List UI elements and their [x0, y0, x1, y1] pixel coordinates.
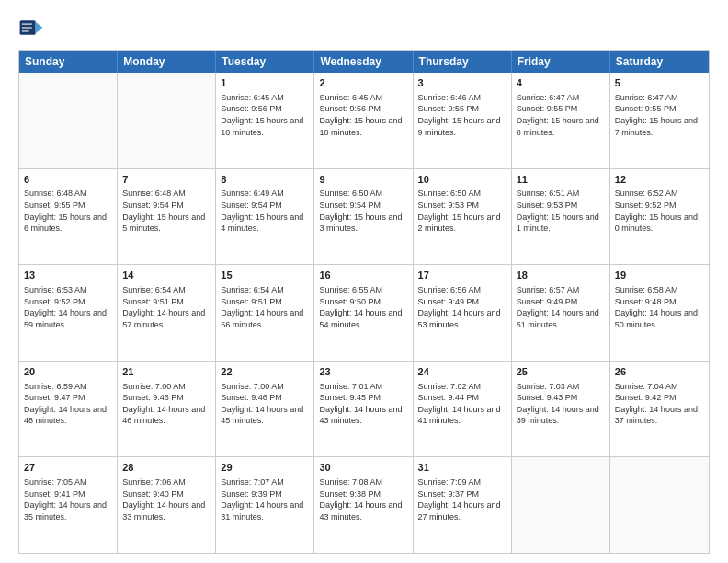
calendar-row-1: 1Sunrise: 6:45 AM Sunset: 9:56 PM Daylig…: [19, 73, 709, 168]
day-cell-12: 12Sunrise: 6:52 AM Sunset: 9:52 PM Dayli…: [610, 169, 709, 265]
day-info: Sunrise: 6:53 AM Sunset: 9:52 PM Dayligh…: [24, 284, 112, 330]
empty-cell: [610, 457, 709, 553]
day-number: 18: [517, 269, 605, 282]
day-number: 14: [122, 269, 210, 282]
day-info: Sunrise: 6:54 AM Sunset: 9:51 PM Dayligh…: [221, 284, 309, 330]
day-number: 17: [418, 269, 506, 282]
day-number: 7: [122, 173, 210, 187]
calendar-header: SundayMondayTuesdayWednesdayThursdayFrid…: [19, 51, 709, 73]
day-info: Sunrise: 7:02 AM Sunset: 9:44 PM Dayligh…: [418, 381, 506, 427]
day-number: 26: [615, 365, 704, 379]
day-cell-22: 22Sunrise: 7:00 AM Sunset: 9:46 PM Dayli…: [216, 362, 314, 457]
svg-marker-1: [36, 22, 43, 33]
day-info: Sunrise: 7:04 AM Sunset: 9:42 PM Dayligh…: [615, 381, 704, 427]
day-cell-30: 30Sunrise: 7:08 AM Sunset: 9:38 PM Dayli…: [314, 457, 413, 553]
day-info: Sunrise: 7:03 AM Sunset: 9:43 PM Dayligh…: [517, 381, 605, 427]
day-number: 20: [24, 365, 112, 379]
day-number: 10: [418, 173, 506, 187]
day-info: Sunrise: 6:47 AM Sunset: 9:55 PM Dayligh…: [517, 92, 605, 138]
day-number: 21: [122, 365, 210, 379]
svg-rect-3: [22, 27, 32, 29]
logo: [18, 15, 48, 40]
day-cell-6: 6Sunrise: 6:48 AM Sunset: 9:55 PM Daylig…: [19, 169, 118, 265]
day-cell-11: 11Sunrise: 6:51 AM Sunset: 9:53 PM Dayli…: [512, 169, 610, 265]
day-number: 2: [319, 76, 407, 90]
day-cell-8: 8Sunrise: 6:49 AM Sunset: 9:54 PM Daylig…: [216, 169, 314, 265]
header-day-thursday: Thursday: [414, 51, 512, 73]
day-cell-15: 15Sunrise: 6:54 AM Sunset: 9:51 PM Dayli…: [216, 265, 314, 361]
day-cell-24: 24Sunrise: 7:02 AM Sunset: 9:44 PM Dayli…: [414, 362, 512, 457]
day-number: 16: [319, 269, 407, 282]
day-info: Sunrise: 6:49 AM Sunset: 9:54 PM Dayligh…: [221, 188, 309, 234]
calendar-body: 1Sunrise: 6:45 AM Sunset: 9:56 PM Daylig…: [19, 73, 709, 553]
day-info: Sunrise: 6:55 AM Sunset: 9:50 PM Dayligh…: [319, 284, 407, 330]
day-info: Sunrise: 6:47 AM Sunset: 9:55 PM Dayligh…: [615, 92, 704, 138]
day-info: Sunrise: 6:50 AM Sunset: 9:53 PM Dayligh…: [418, 188, 506, 234]
header-day-friday: Friday: [512, 51, 610, 73]
logo-icon: [18, 15, 44, 40]
day-info: Sunrise: 7:06 AM Sunset: 9:40 PM Dayligh…: [122, 477, 210, 523]
day-info: Sunrise: 7:07 AM Sunset: 9:39 PM Dayligh…: [221, 477, 309, 523]
header-day-sunday: Sunday: [19, 51, 118, 73]
day-cell-18: 18Sunrise: 6:57 AM Sunset: 9:49 PM Dayli…: [512, 265, 610, 361]
header-day-wednesday: Wednesday: [314, 51, 413, 73]
day-cell-29: 29Sunrise: 7:07 AM Sunset: 9:39 PM Dayli…: [216, 457, 314, 553]
day-info: Sunrise: 6:45 AM Sunset: 9:56 PM Dayligh…: [221, 92, 309, 138]
day-number: 15: [221, 269, 309, 282]
day-cell-7: 7Sunrise: 6:48 AM Sunset: 9:54 PM Daylig…: [118, 169, 216, 265]
day-cell-14: 14Sunrise: 6:54 AM Sunset: 9:51 PM Dayli…: [118, 265, 216, 361]
day-info: Sunrise: 6:46 AM Sunset: 9:55 PM Dayligh…: [418, 92, 506, 138]
day-info: Sunrise: 6:52 AM Sunset: 9:52 PM Dayligh…: [615, 188, 704, 234]
day-info: Sunrise: 6:45 AM Sunset: 9:56 PM Dayligh…: [319, 92, 407, 138]
header-day-monday: Monday: [118, 51, 216, 73]
day-cell-10: 10Sunrise: 6:50 AM Sunset: 9:53 PM Dayli…: [414, 169, 512, 265]
calendar-row-2: 6Sunrise: 6:48 AM Sunset: 9:55 PM Daylig…: [19, 168, 709, 265]
day-cell-3: 3Sunrise: 6:46 AM Sunset: 9:55 PM Daylig…: [414, 73, 512, 168]
day-info: Sunrise: 6:57 AM Sunset: 9:49 PM Dayligh…: [517, 284, 605, 330]
day-info: Sunrise: 7:01 AM Sunset: 9:45 PM Dayligh…: [319, 381, 407, 427]
day-number: 4: [517, 76, 605, 90]
day-cell-5: 5Sunrise: 6:47 AM Sunset: 9:55 PM Daylig…: [610, 73, 709, 168]
day-number: 12: [615, 173, 704, 187]
day-number: 13: [24, 269, 112, 282]
calendar-row-4: 20Sunrise: 6:59 AM Sunset: 9:47 PM Dayli…: [19, 361, 709, 457]
day-number: 22: [221, 365, 309, 379]
day-info: Sunrise: 6:56 AM Sunset: 9:49 PM Dayligh…: [418, 284, 506, 330]
day-cell-25: 25Sunrise: 7:03 AM Sunset: 9:43 PM Dayli…: [512, 362, 610, 457]
day-number: 29: [221, 461, 309, 475]
day-info: Sunrise: 7:05 AM Sunset: 9:41 PM Dayligh…: [24, 477, 112, 523]
svg-rect-4: [22, 30, 29, 32]
header-day-tuesday: Tuesday: [216, 51, 314, 73]
day-cell-19: 19Sunrise: 6:58 AM Sunset: 9:48 PM Dayli…: [610, 265, 709, 361]
calendar-row-5: 27Sunrise: 7:05 AM Sunset: 9:41 PM Dayli…: [19, 456, 709, 553]
day-number: 23: [319, 365, 407, 379]
day-info: Sunrise: 7:08 AM Sunset: 9:38 PM Dayligh…: [319, 477, 407, 523]
day-number: 27: [24, 461, 112, 475]
day-cell-9: 9Sunrise: 6:50 AM Sunset: 9:54 PM Daylig…: [314, 169, 413, 265]
day-number: 1: [221, 76, 309, 90]
day-number: 9: [319, 173, 407, 187]
day-info: Sunrise: 6:48 AM Sunset: 9:55 PM Dayligh…: [24, 188, 112, 234]
day-number: 31: [418, 461, 506, 475]
day-cell-28: 28Sunrise: 7:06 AM Sunset: 9:40 PM Dayli…: [118, 457, 216, 553]
header-day-saturday: Saturday: [610, 51, 709, 73]
day-info: Sunrise: 6:59 AM Sunset: 9:47 PM Dayligh…: [24, 381, 112, 427]
day-number: 25: [517, 365, 605, 379]
day-number: 8: [221, 173, 309, 187]
day-cell-2: 2Sunrise: 6:45 AM Sunset: 9:56 PM Daylig…: [314, 73, 413, 168]
day-number: 28: [122, 461, 210, 475]
day-number: 3: [418, 76, 506, 90]
day-info: Sunrise: 7:00 AM Sunset: 9:46 PM Dayligh…: [221, 381, 309, 427]
day-info: Sunrise: 6:50 AM Sunset: 9:54 PM Dayligh…: [319, 188, 407, 234]
empty-cell: [512, 457, 610, 553]
day-number: 24: [418, 365, 506, 379]
calendar: SundayMondayTuesdayWednesdayThursdayFrid…: [18, 50, 710, 554]
day-info: Sunrise: 6:48 AM Sunset: 9:54 PM Dayligh…: [122, 188, 210, 234]
day-info: Sunrise: 6:54 AM Sunset: 9:51 PM Dayligh…: [122, 284, 210, 330]
day-info: Sunrise: 7:09 AM Sunset: 9:37 PM Dayligh…: [418, 477, 506, 523]
calendar-row-3: 13Sunrise: 6:53 AM Sunset: 9:52 PM Dayli…: [19, 264, 709, 361]
page-header: [18, 15, 710, 40]
day-cell-23: 23Sunrise: 7:01 AM Sunset: 9:45 PM Dayli…: [314, 362, 413, 457]
day-cell-16: 16Sunrise: 6:55 AM Sunset: 9:50 PM Dayli…: [314, 265, 413, 361]
empty-cell: [19, 73, 118, 168]
